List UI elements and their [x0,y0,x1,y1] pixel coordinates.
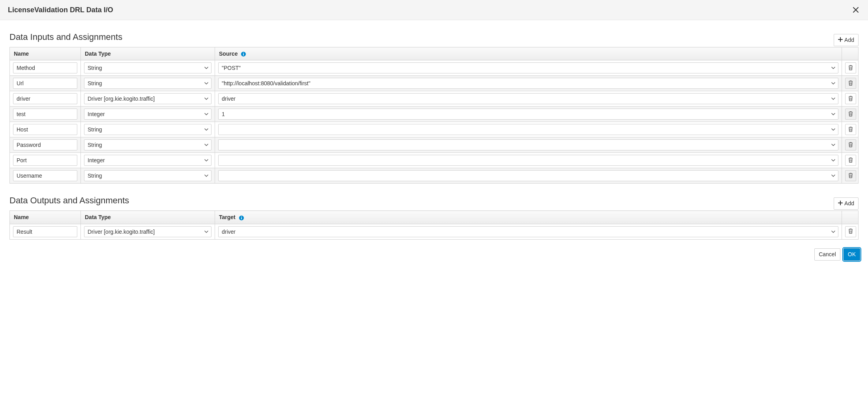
source-select[interactable] [218,170,838,181]
data-type-select[interactable]: String [84,124,211,135]
data-type-select[interactable]: Driver [org.kie.kogito.traffic] [84,226,211,237]
add-output-label: Add [844,199,854,208]
close-icon[interactable] [851,6,860,14]
dialog-header: LicenseValidation DRL Data I/O [0,0,868,20]
data-type-select[interactable]: Integer [84,109,211,120]
outputs-col-name: Name [10,211,81,224]
data-type-select[interactable]: Integer [84,155,211,166]
delete-row-button[interactable] [845,93,856,104]
add-input-label: Add [844,36,854,44]
delete-row-button[interactable] [845,109,856,120]
source-select[interactable]: "http://localhost:8080/validation/first" [218,78,838,89]
trash-icon [848,228,853,235]
data-type-select[interactable]: String [84,139,211,150]
info-icon[interactable] [239,215,244,221]
outputs-col-type: Data Type [81,211,215,224]
inputs-col-source-label: Source [219,51,238,57]
delete-row-button[interactable] [845,139,856,150]
table-row: Driver [org.kie.kogito.traffic]driver [10,91,859,107]
name-input[interactable] [13,62,77,73]
plus-icon [838,199,843,208]
data-type-select[interactable]: Driver [org.kie.kogito.traffic] [84,93,211,104]
source-select[interactable]: "POST" [218,62,838,73]
delete-row-button[interactable] [845,155,856,166]
add-output-button[interactable]: Add [834,197,859,210]
inputs-col-source: Source [215,47,842,60]
trash-icon [848,142,853,148]
data-type-select[interactable]: String [84,78,211,89]
svg-rect-4 [241,218,242,219]
ok-button[interactable]: OK [844,248,860,261]
data-type-select[interactable]: String [84,170,211,181]
trash-icon [848,96,853,102]
name-input[interactable] [13,78,77,89]
trash-icon [848,173,853,179]
table-row: String [10,137,859,153]
trash-icon [848,157,853,164]
dialog-body: Data Inputs and Assignments Add Name Dat… [0,20,868,244]
outputs-section-header: Data Outputs and Assignments Add [9,195,859,210]
target-select[interactable]: driver [218,226,838,237]
svg-rect-1 [243,54,244,55]
name-input[interactable] [13,226,77,237]
cancel-button[interactable]: Cancel [814,248,840,261]
delete-row-button[interactable] [845,170,856,181]
table-row: Driver [org.kie.kogito.traffic]driver [10,224,859,239]
table-row: Integer1 [10,107,859,122]
plus-icon [838,36,843,44]
dialog-footer: Cancel OK [0,244,868,268]
trash-icon [848,111,853,118]
delete-row-button[interactable] [845,62,856,73]
delete-row-button[interactable] [845,78,856,89]
dialog-title: LicenseValidation DRL Data I/O [8,6,113,14]
table-row: String [10,168,859,184]
name-input[interactable] [13,170,77,181]
source-select[interactable] [218,155,838,166]
outputs-col-actions [842,211,859,224]
table-row: String"POST" [10,60,859,76]
outputs-col-target: Target [215,211,842,224]
name-input[interactable] [13,139,77,150]
info-icon[interactable] [241,51,246,57]
table-row: Integer [10,153,859,168]
inputs-section-header: Data Inputs and Assignments Add [9,32,859,46]
name-input[interactable] [13,155,77,166]
inputs-table: Name Data Type Source String"POST"String… [9,47,859,184]
name-input[interactable] [13,93,77,104]
delete-row-button[interactable] [845,124,856,135]
trash-icon [848,126,853,133]
delete-row-button[interactable] [845,226,856,237]
name-input[interactable] [13,109,77,120]
outputs-table: Name Data Type Target Driver [org.kie.ko… [9,210,859,239]
source-select[interactable]: 1 [218,109,838,120]
svg-rect-5 [241,216,242,217]
table-row: String"http://localhost:8080/validation/… [10,76,859,91]
source-select[interactable] [218,139,838,150]
table-row: String [10,122,859,137]
trash-icon [848,80,853,87]
name-input[interactable] [13,124,77,135]
source-select[interactable] [218,124,838,135]
trash-icon [848,65,853,71]
outputs-col-target-label: Target [219,214,236,220]
svg-rect-2 [243,53,244,54]
inputs-col-actions [842,47,859,60]
inputs-title: Data Inputs and Assignments [9,32,122,42]
source-select[interactable]: driver [218,93,838,104]
data-type-select[interactable]: String [84,62,211,73]
inputs-col-type: Data Type [81,47,215,60]
inputs-col-name: Name [10,47,81,60]
outputs-title: Data Outputs and Assignments [9,195,129,206]
add-input-button[interactable]: Add [834,34,859,46]
